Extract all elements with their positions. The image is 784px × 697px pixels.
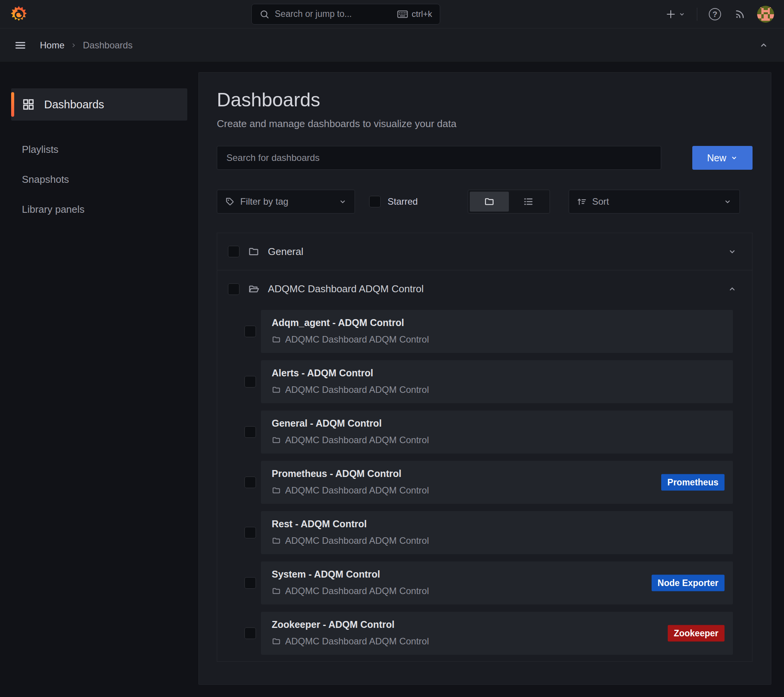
view-list-button[interactable] — [509, 192, 548, 212]
plus-icon — [665, 9, 676, 20]
folder-icon — [272, 435, 281, 445]
sidebar-item-label: Dashboards — [44, 98, 104, 111]
dashboard-checkbox[interactable] — [244, 326, 256, 337]
folder-name: General — [268, 246, 304, 258]
dashboard-card-general[interactable]: General - ADQM Control ADQMC Dashboard A… — [261, 411, 733, 454]
sidebar-item-library-panels[interactable]: Library panels — [0, 194, 198, 224]
dashboard-search-input[interactable] — [217, 146, 661, 170]
dashboard-folder-name: ADQMC Dashboard ADQM Control — [285, 586, 429, 596]
dashboard-row: Adqm_agent - ADQM Control ADQMC Dashboar… — [244, 310, 733, 353]
sidebar-subitems: Playlists Snapshots Library panels — [0, 134, 198, 224]
dashboard-checkbox[interactable] — [244, 426, 256, 438]
sort-label: Sort — [592, 196, 609, 207]
tag-badge-zookeeper[interactable]: Zookeeper — [668, 625, 725, 642]
tag-badge-prometheus[interactable]: Prometheus — [661, 474, 725, 491]
filter-by-tag-label: Filter by tag — [240, 196, 288, 207]
dashboards-panel: Dashboards Create and manage dashboards … — [198, 72, 771, 685]
starred-filter[interactable]: Starred — [369, 196, 418, 207]
dashboard-checkbox[interactable] — [244, 477, 256, 488]
dashboard-folder-name: ADQMC Dashboard ADQM Control — [285, 535, 429, 546]
chevron-up-icon — [759, 40, 769, 50]
grid-apps-icon — [22, 98, 35, 111]
dashboard-card-alerts[interactable]: Alerts - ADQM Control ADQMC Dashboard AD… — [261, 360, 733, 403]
dashboard-card-rest[interactable]: Rest - ADQM Control ADQMC Dashboard ADQM… — [261, 511, 733, 554]
section-sidebar: Dashboards Playlists Snapshots Library p… — [0, 62, 198, 697]
breadcrumb-home[interactable]: Home — [40, 40, 64, 51]
dashboard-checkbox[interactable] — [244, 527, 256, 538]
dashboard-checkbox[interactable] — [244, 627, 256, 639]
dashboard-folder-name: ADQMC Dashboard ADQM Control — [285, 485, 429, 496]
new-button-label: New — [707, 152, 726, 164]
collapse-section-button[interactable] — [757, 39, 770, 52]
folder-icon — [272, 586, 281, 596]
folder-icon — [484, 196, 495, 207]
topnav-divider — [697, 8, 697, 21]
keyboard-icon — [397, 10, 408, 18]
shortcut-text: ctrl+k — [412, 9, 432, 19]
folder-icon — [272, 385, 281, 394]
dashboard-card-adqm-agent[interactable]: Adqm_agent - ADQM Control ADQMC Dashboar… — [261, 310, 733, 353]
chevron-down-icon[interactable] — [728, 247, 737, 256]
new-button[interactable]: New — [692, 146, 753, 170]
dashboard-folder: ADQMC Dashboard ADQM Control — [272, 535, 722, 546]
sort-select[interactable]: Sort — [569, 190, 740, 214]
user-avatar[interactable] — [757, 6, 774, 23]
page-title: Dashboards — [217, 89, 753, 111]
main-area: Dashboards Create and manage dashboards … — [198, 62, 784, 697]
folder-open-icon — [248, 283, 259, 295]
grafana-logo-icon[interactable] — [10, 5, 28, 23]
starred-label: Starred — [388, 196, 418, 207]
chevron-down-icon — [338, 197, 347, 206]
folder-name: ADQMC Dashboard ADQM Control — [268, 283, 424, 295]
dashboard-checkbox[interactable] — [244, 577, 256, 589]
sidebar-item-dashboards[interactable]: Dashboards — [11, 88, 187, 121]
news-button[interactable] — [733, 7, 747, 22]
dashboard-cards: Adqm_agent - ADQM Control ADQMC Dashboar… — [217, 308, 752, 661]
rss-icon — [734, 8, 746, 20]
folder-row-adqmc[interactable]: ADQMC Dashboard ADQM Control — [217, 270, 752, 308]
folder-checkbox[interactable] — [228, 246, 239, 257]
dashboards-list: General ADQMC Dashboard ADQM Control — [217, 233, 753, 662]
dashboard-row: System - ADQM Control ADQMC Dashboard AD… — [244, 561, 733, 604]
sidebar-item-playlists[interactable]: Playlists — [0, 134, 198, 164]
sidebar-item-snapshots[interactable]: Snapshots — [0, 164, 198, 194]
dashboard-folder: ADQMC Dashboard ADQM Control — [272, 384, 722, 395]
page-subtitle: Create and manage dashboards to visualiz… — [217, 118, 753, 130]
tag-icon — [225, 197, 235, 207]
dashboard-row: General - ADQM Control ADQMC Dashboard A… — [244, 411, 733, 454]
dashboard-title: Adqm_agent - ADQM Control — [272, 317, 722, 328]
global-search-button[interactable]: Search or jump to... ctrl+k — [251, 4, 440, 25]
content-area: Dashboards Playlists Snapshots Library p… — [0, 62, 784, 697]
topnav-actions: ? — [664, 6, 774, 23]
dashboard-card-zookeeper[interactable]: Zookeeper - ADQM Control ADQMC Dashboard… — [261, 612, 733, 655]
help-icon: ? — [709, 8, 721, 20]
filter-by-tag-select[interactable]: Filter by tag — [217, 190, 355, 214]
dashboard-card-prometheus[interactable]: Prometheus - ADQM Control ADQMC Dashboar… — [261, 461, 733, 504]
dashboard-checkbox[interactable] — [244, 376, 256, 387]
folder-row-general[interactable]: General — [217, 233, 752, 270]
dashboard-title: Rest - ADQM Control — [272, 518, 722, 530]
dashboard-row: Prometheus - ADQM Control ADQMC Dashboar… — [244, 461, 733, 504]
dashboard-folder-name: ADQMC Dashboard ADQM Control — [285, 636, 429, 647]
dashboard-card-system[interactable]: System - ADQM Control ADQMC Dashboard AD… — [261, 561, 733, 604]
dashboard-title: Zookeeper - ADQM Control — [272, 619, 722, 630]
starred-checkbox[interactable] — [369, 196, 381, 207]
breadcrumb-current: Dashboards — [83, 40, 132, 51]
menu-toggle-button[interactable] — [12, 37, 28, 53]
folder-icon — [272, 536, 281, 545]
filter-row: Filter by tag Starred — [217, 190, 753, 214]
tag-badge-node-exporter[interactable]: Node Exporter — [652, 575, 725, 591]
search-icon — [259, 9, 269, 19]
folder-icon — [272, 486, 281, 495]
folder-icon — [272, 637, 281, 646]
sidebar-item-label: Snapshots — [22, 174, 69, 185]
dashboard-row: Rest - ADQM Control ADQMC Dashboard ADQM… — [244, 511, 733, 554]
help-button[interactable]: ? — [707, 7, 723, 22]
chevron-up-icon[interactable] — [728, 285, 737, 294]
search-row: New — [217, 146, 753, 170]
new-menu-button[interactable] — [664, 7, 687, 21]
view-folders-button[interactable] — [470, 192, 509, 212]
chevron-down-icon — [730, 154, 738, 162]
breadcrumb-bar: Home Dashboards — [0, 28, 784, 62]
folder-checkbox[interactable] — [228, 283, 239, 295]
